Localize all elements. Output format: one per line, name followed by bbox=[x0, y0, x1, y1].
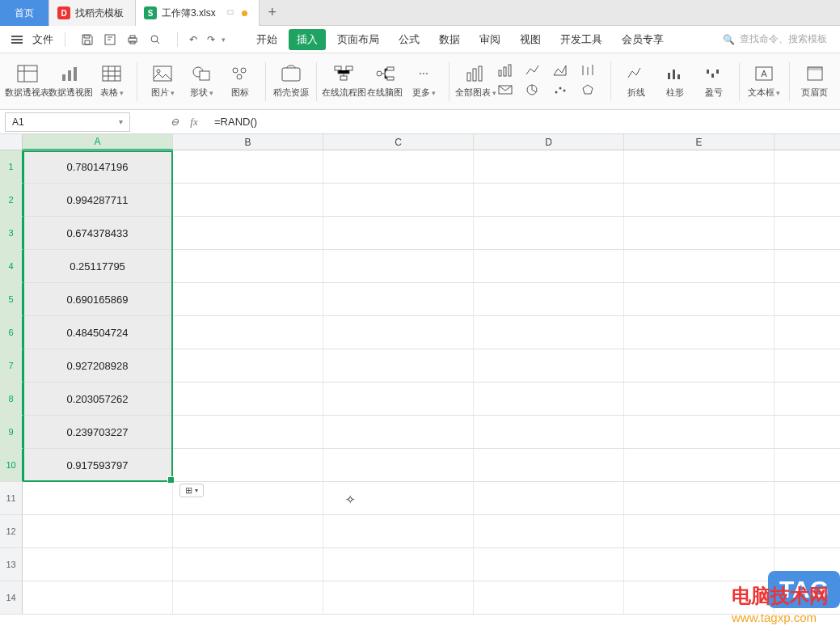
cell[interactable] bbox=[173, 349, 323, 382]
cell[interactable] bbox=[323, 150, 474, 183]
row-header[interactable]: 4 bbox=[0, 250, 23, 282]
row-header[interactable]: 12 bbox=[0, 515, 23, 547]
cell[interactable] bbox=[624, 482, 775, 514]
row-header[interactable]: 8 bbox=[0, 383, 23, 415]
cell[interactable]: 0.25117795 bbox=[23, 250, 173, 282]
cell[interactable] bbox=[323, 217, 474, 249]
cell[interactable] bbox=[323, 449, 474, 481]
row-header[interactable]: 1 bbox=[0, 150, 23, 183]
tab-formula[interactable]: 公式 bbox=[390, 29, 428, 50]
col-header-c[interactable]: C bbox=[323, 134, 474, 150]
cell[interactable] bbox=[173, 515, 323, 547]
cell[interactable] bbox=[474, 184, 624, 216]
cell[interactable] bbox=[173, 548, 323, 581]
cell[interactable] bbox=[624, 184, 775, 216]
tab-developer[interactable]: 开发工具 bbox=[552, 29, 610, 50]
cell[interactable]: 0.780147196 bbox=[23, 150, 173, 183]
stock-chart-icon[interactable] bbox=[580, 64, 604, 79]
cell[interactable] bbox=[173, 416, 323, 448]
cell[interactable] bbox=[474, 515, 624, 547]
cell[interactable] bbox=[474, 283, 624, 315]
cell[interactable] bbox=[474, 416, 624, 448]
icon-button[interactable]: 图标 bbox=[222, 61, 259, 102]
row-header[interactable]: 2 bbox=[0, 184, 23, 216]
cell[interactable] bbox=[323, 581, 474, 614]
cell[interactable] bbox=[173, 449, 323, 481]
tab-member[interactable]: 会员专享 bbox=[614, 29, 672, 50]
row-header[interactable]: 10 bbox=[0, 449, 23, 481]
cell[interactable] bbox=[474, 150, 624, 183]
cell[interactable] bbox=[173, 283, 323, 315]
row-header[interactable]: 7 bbox=[0, 349, 23, 382]
area-chart-icon[interactable] bbox=[552, 64, 576, 79]
col-header-a[interactable]: A bbox=[23, 134, 173, 150]
row-header[interactable]: 13 bbox=[0, 548, 23, 581]
cell[interactable] bbox=[624, 250, 775, 282]
cell[interactable] bbox=[23, 515, 173, 547]
scatter-chart-icon[interactable] bbox=[552, 83, 576, 99]
header-footer-button[interactable]: 页眉页 bbox=[796, 61, 834, 102]
tab-pagelayout[interactable]: 页面布局 bbox=[329, 29, 387, 50]
flowchart-button[interactable]: 在线流程图 bbox=[323, 61, 365, 102]
cell[interactable] bbox=[474, 217, 624, 249]
col-header-b[interactable]: B bbox=[173, 134, 323, 150]
row-header[interactable]: 3 bbox=[0, 217, 23, 249]
cell[interactable] bbox=[323, 283, 474, 315]
cell[interactable] bbox=[323, 383, 474, 415]
cell[interactable] bbox=[23, 581, 173, 614]
tab-data[interactable]: 数据 bbox=[431, 29, 468, 50]
templates-tab[interactable]: D 找稻壳模板 bbox=[49, 0, 136, 26]
cell[interactable] bbox=[173, 150, 323, 183]
formula-input[interactable]: =RAND() bbox=[206, 116, 257, 128]
cell[interactable]: 0.927208928 bbox=[23, 349, 173, 382]
redo-dropdown-icon[interactable]: ▾ bbox=[222, 36, 226, 44]
tab-start[interactable]: 开始 bbox=[248, 29, 285, 50]
cell[interactable]: 0.674378433 bbox=[23, 217, 173, 249]
tab-insert[interactable]: 插入 bbox=[289, 29, 326, 50]
table-button[interactable]: 表格 bbox=[93, 61, 130, 102]
cell[interactable] bbox=[23, 482, 173, 514]
cell[interactable]: 0.484504724 bbox=[23, 316, 173, 349]
cell[interactable] bbox=[173, 581, 323, 614]
row-header[interactable]: 6 bbox=[0, 316, 23, 349]
sparkline-column-button[interactable]: 柱形 bbox=[656, 61, 694, 102]
cell[interactable] bbox=[474, 548, 624, 581]
cell[interactable] bbox=[323, 416, 474, 448]
cell[interactable] bbox=[624, 548, 775, 581]
cell[interactable] bbox=[173, 316, 323, 349]
preview-icon[interactable] bbox=[148, 32, 163, 47]
save-icon[interactable] bbox=[80, 32, 95, 47]
cell[interactable]: 0.203057262 bbox=[23, 383, 173, 415]
tab-review[interactable]: 审阅 bbox=[471, 29, 509, 50]
file-menu[interactable]: 文件 bbox=[29, 32, 57, 47]
row-header[interactable]: 5 bbox=[0, 283, 23, 315]
print-icon[interactable] bbox=[125, 32, 140, 47]
all-charts-button[interactable]: 全部图表 bbox=[456, 61, 496, 102]
cancel-icon[interactable]: ⊖ bbox=[167, 115, 182, 129]
select-all-corner[interactable] bbox=[0, 134, 23, 150]
save-as-icon[interactable] bbox=[103, 32, 117, 47]
cell[interactable] bbox=[624, 150, 775, 183]
col-header-d[interactable]: D bbox=[474, 134, 624, 150]
sparkline-winloss-button[interactable]: 盈亏 bbox=[695, 61, 732, 102]
cell[interactable] bbox=[474, 349, 624, 382]
fx-icon[interactable]: fx bbox=[187, 115, 201, 129]
sparkline-line-button[interactable]: 折线 bbox=[618, 61, 655, 102]
cell[interactable]: 0.239703227 bbox=[23, 416, 173, 448]
cell[interactable] bbox=[474, 449, 624, 481]
envelope-chart-icon[interactable] bbox=[497, 83, 521, 99]
cell[interactable] bbox=[23, 548, 173, 581]
cell[interactable] bbox=[474, 250, 624, 282]
cell[interactable] bbox=[173, 250, 323, 282]
cell[interactable] bbox=[323, 548, 474, 581]
cell[interactable] bbox=[624, 316, 775, 349]
cell[interactable] bbox=[173, 184, 323, 216]
shape-button[interactable]: 形状 bbox=[183, 61, 220, 102]
cell[interactable]: 0.994287711 bbox=[23, 184, 173, 216]
col-header-e[interactable]: E bbox=[624, 134, 775, 150]
name-box[interactable]: A1 ▾ bbox=[5, 112, 130, 132]
pie-chart-icon[interactable] bbox=[525, 83, 549, 99]
cell[interactable] bbox=[624, 283, 775, 315]
cell[interactable] bbox=[624, 449, 775, 481]
redo-icon[interactable]: ↷ bbox=[204, 32, 218, 47]
